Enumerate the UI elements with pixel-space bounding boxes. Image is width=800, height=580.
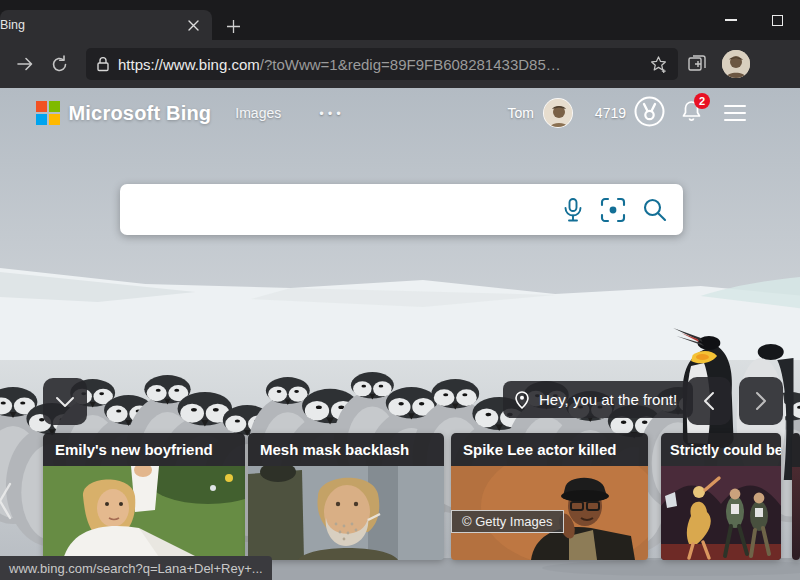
card-title-band: Mesh mask backlash <box>248 433 444 466</box>
minimize-icon <box>725 19 737 21</box>
news-card-strictly[interactable]: Strictly could be ax <box>661 433 781 560</box>
browser-tab[interactable]: Bing <box>0 10 212 40</box>
tab-bar: Bing <box>0 0 800 40</box>
hero-caption-text: Hey, you at the front! <box>539 391 677 408</box>
notifications-bell[interactable]: 2 <box>681 100 702 126</box>
news-card-emily[interactable]: Emily's new boyfriend <box>43 433 245 560</box>
carousel-next-button[interactable] <box>739 377 783 425</box>
refresh-button[interactable] <box>42 47 76 81</box>
window-controls <box>708 0 800 40</box>
chevron-down-icon <box>55 396 75 408</box>
collections-icon[interactable] <box>686 53 708 75</box>
card-title: Emily's new boyfriend <box>55 441 213 458</box>
news-card-mesh-mask[interactable]: Mesh mask backlash <box>248 433 444 560</box>
browser-window: Bing https://www.bing.com/?toWww=1&redig… <box>0 0 800 580</box>
news-card-partial[interactable] <box>792 433 800 560</box>
map-pin-icon <box>515 391 529 409</box>
notification-badge: 2 <box>694 93 710 109</box>
bing-header: Microsoft Bing Images ••• Tom 4719 2 <box>0 94 800 132</box>
url-text: https://www.bing.com/?toWww=1&redig=89F9… <box>118 56 649 73</box>
microsoft-logo-icon[interactable] <box>36 101 60 125</box>
status-url: www.bing.com/search?q=Lana+Del+Rey+... <box>9 561 263 576</box>
ms-logo-blue <box>36 114 47 125</box>
carousel-prev-button[interactable] <box>687 377 731 425</box>
toolbar-right <box>686 50 750 78</box>
chevron-right-icon <box>755 391 767 411</box>
search-input[interactable] <box>136 184 562 235</box>
maximize-icon <box>772 15 783 26</box>
forward-button[interactable] <box>8 47 42 81</box>
ms-logo-yellow <box>49 114 60 125</box>
card-image-strictly <box>661 466 781 560</box>
url-secure-part: https://www.bing.com <box>118 56 260 73</box>
card-image-emily <box>43 466 245 560</box>
image-credit-badge: © Getty Images <box>451 510 564 533</box>
image-info-chevron-down-button[interactable] <box>43 378 87 425</box>
minimize-button[interactable] <box>708 0 754 40</box>
rewards-points[interactable]: 4719 <box>595 105 626 121</box>
card-title-band: Spike Lee actor killed <box>451 433 648 466</box>
header-user-area: Tom 4719 2 <box>507 96 746 131</box>
card-title: Spike Lee actor killed <box>463 441 616 458</box>
chevron-left-icon <box>703 391 715 411</box>
tab-close-icon[interactable] <box>182 14 204 36</box>
card-title: Mesh mask backlash <box>260 441 409 458</box>
card-image-mesh-mask <box>248 466 444 560</box>
browser-toolbar: https://www.bing.com/?toWww=1&redig=89F9… <box>0 40 800 88</box>
microphone-icon[interactable] <box>562 197 584 223</box>
visual-search-icon[interactable] <box>600 197 626 223</box>
maximize-button[interactable] <box>754 0 800 40</box>
lock-icon <box>96 56 110 72</box>
hamburger-menu-icon[interactable] <box>724 105 746 121</box>
news-card-spike-lee[interactable]: Spike Lee actor killed © Getty Ima <box>451 433 648 560</box>
card-title-band: Strictly could be ax <box>661 433 781 466</box>
card-title-band: Emily's new boyfriend <box>43 433 245 466</box>
favorite-star-icon[interactable] <box>649 55 668 74</box>
new-tab-button[interactable] <box>220 14 246 38</box>
bing-homepage: Microsoft Bing Images ••• Tom 4719 2 <box>0 88 800 580</box>
search-bar <box>120 184 683 235</box>
rewards-medal-icon[interactable] <box>634 96 665 131</box>
hero-caption-pill[interactable]: Hey, you at the front! <box>503 381 693 418</box>
profile-avatar[interactable] <box>722 50 750 78</box>
ms-logo-green <box>49 101 60 112</box>
status-bar: www.bing.com/search?q=Lana+Del+Rey+... <box>0 556 272 580</box>
more-menu[interactable]: ••• <box>319 106 345 121</box>
search-icon[interactable] <box>642 197 667 222</box>
carousel-edge-left-arrow[interactable] <box>0 480 13 522</box>
card-title: Strictly could be ax <box>670 442 781 458</box>
url-path-part: /?toWww=1&redig=89F9FB608281433D85… <box>260 56 561 73</box>
brand-title[interactable]: Microsoft Bing <box>69 102 212 125</box>
nav-images-link[interactable]: Images <box>235 105 281 121</box>
tab-title: Bing <box>0 18 182 32</box>
ms-logo-red <box>36 101 47 112</box>
address-bar[interactable]: https://www.bing.com/?toWww=1&redig=89F9… <box>86 48 678 80</box>
user-name[interactable]: Tom <box>507 105 533 121</box>
user-avatar[interactable] <box>543 98 573 128</box>
